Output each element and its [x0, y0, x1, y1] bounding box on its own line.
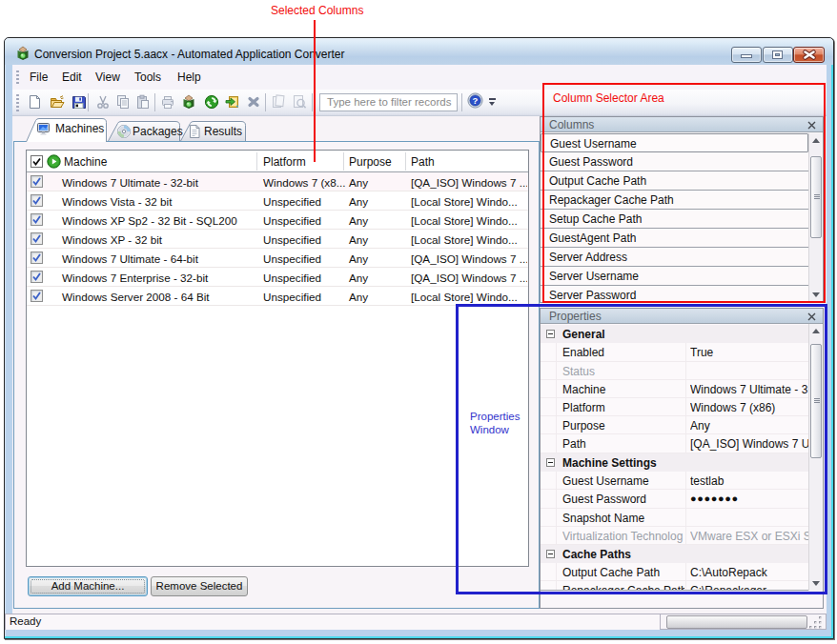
svg-text:?: ?	[473, 95, 479, 106]
